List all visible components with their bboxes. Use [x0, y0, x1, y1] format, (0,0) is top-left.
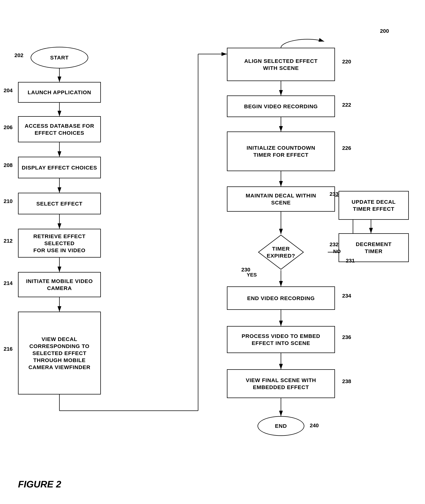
display-effect-choices-box: DISPLAY EFFECT CHOICES: [18, 157, 101, 178]
ref-220: 220: [342, 59, 351, 65]
ref-204: 204: [4, 87, 13, 94]
ref-226: 226: [342, 145, 351, 151]
ref-210: 210: [4, 198, 13, 204]
start-label: START: [50, 54, 69, 61]
select-effect-box: SELECT EFFECT: [18, 193, 101, 214]
ref-208: 208: [4, 162, 13, 168]
ref-233: 233: [330, 191, 339, 197]
ref-202: 202: [14, 52, 23, 58]
ref-238: 238: [342, 378, 351, 384]
figure-label: FIGURE 2: [18, 479, 61, 490]
update-decal-timer-box: UPDATE DECALTIMER EFFECT: [339, 191, 409, 220]
maintain-decal-label: MAINTAIN DECAL WITHINSCENE: [246, 192, 316, 206]
end-video-recording-box: END VIDEO RECORDING: [227, 286, 335, 310]
retrieve-effect-label: RETRIEVE EFFECT SELECTEDFOR USE IN VIDEO: [20, 233, 99, 254]
end-label: END: [275, 423, 287, 429]
decrement-timer-label: DECREMENTTIMER: [356, 241, 392, 255]
yes-label: YES: [247, 272, 257, 278]
ref-240: 240: [310, 422, 319, 429]
begin-video-recording-label: BEGIN VIDEO RECORDING: [244, 103, 318, 110]
select-effect-label: SELECT EFFECT: [36, 200, 82, 207]
process-video-label: PROCESS VIDEO TO EMBEDEFFECT INTO SCENE: [242, 333, 320, 347]
timer-expired-diamond: TIMEREXPIRED?: [258, 234, 304, 270]
ref-232: 232: [330, 241, 339, 248]
align-effect-box: ALIGN SELECTED EFFECTWITH SCENE: [227, 48, 335, 81]
maintain-decal-box: MAINTAIN DECAL WITHINSCENE: [227, 186, 335, 212]
initialize-countdown-box: INITIALIZE COUNTDOWNTIMER FOR EFFECT: [227, 132, 335, 171]
display-effect-choices-label: DISPLAY EFFECT CHOICES: [22, 164, 97, 171]
begin-video-recording-box: BEGIN VIDEO RECORDING: [227, 95, 335, 117]
no-label: NO: [333, 249, 341, 254]
end-video-recording-label: END VIDEO RECORDING: [247, 295, 315, 302]
view-decal-box: VIEW DECALCORRESPONDING TOSELECTED EFFEC…: [18, 312, 101, 395]
ref-206: 206: [4, 124, 13, 130]
update-decal-timer-label: UPDATE DECALTIMER EFFECT: [352, 198, 396, 212]
launch-application-box: LAUNCH APPLICATION: [18, 82, 101, 103]
end-oval: END: [258, 416, 304, 436]
view-final-scene-box: VIEW FINAL SCENE WITHEMBEDDED EFFECT: [227, 369, 335, 398]
initialize-countdown-label: INITIALIZE COUNTDOWNTIMER FOR EFFECT: [246, 144, 315, 158]
timer-expired-label: TIMEREXPIRED?: [267, 245, 295, 259]
launch-application-label: LAUNCH APPLICATION: [28, 89, 91, 96]
access-database-box: ACCESS DATABASE FOREFFECT CHOICES: [18, 116, 101, 142]
ref-214: 214: [4, 280, 13, 286]
process-video-box: PROCESS VIDEO TO EMBEDEFFECT INTO SCENE: [227, 326, 335, 353]
ref-216: 216: [4, 346, 13, 352]
ref-200-label: 200: [380, 28, 389, 34]
initiate-mobile-camera-box: INITIATE MOBILE VIDEOCAMERA: [18, 272, 101, 297]
view-final-scene-label: VIEW FINAL SCENE WITHEMBEDDED EFFECT: [246, 377, 316, 391]
ref-212: 212: [4, 238, 13, 244]
flowchart-diagram: 200 START 202 LAUNCH APPLICATION 204 ACC…: [0, 0, 425, 504]
retrieve-effect-box: RETRIEVE EFFECT SELECTEDFOR USE IN VIDEO: [18, 229, 101, 258]
ref-236: 236: [342, 334, 351, 340]
ref-222: 222: [342, 102, 351, 108]
start-oval: START: [31, 47, 88, 68]
access-database-label: ACCESS DATABASE FOREFFECT CHOICES: [25, 122, 94, 136]
ref-234: 234: [342, 293, 351, 299]
ref-231: 231: [346, 258, 355, 264]
view-decal-label: VIEW DECALCORRESPONDING TOSELECTED EFFEC…: [28, 336, 90, 371]
initiate-mobile-camera-label: INITIATE MOBILE VIDEOCAMERA: [26, 278, 93, 292]
ref-230: 230: [241, 267, 250, 273]
align-effect-label: ALIGN SELECTED EFFECTWITH SCENE: [244, 57, 318, 72]
